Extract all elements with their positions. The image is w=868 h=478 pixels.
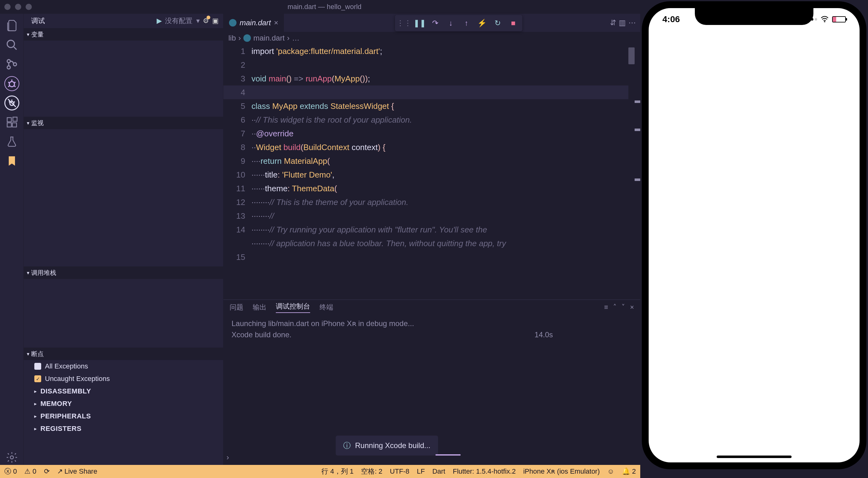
bookmark-icon[interactable] bbox=[4, 154, 19, 168]
debug-config-dropdown[interactable]: 没有配置 ▾ bbox=[165, 16, 200, 26]
more-actions-icon[interactable]: ⋯ bbox=[628, 19, 636, 27]
panel-tab-problems[interactable]: 问题 bbox=[230, 302, 243, 312]
source-control-icon[interactable] bbox=[4, 57, 19, 72]
panel-tab-terminal[interactable]: 终端 bbox=[319, 302, 333, 312]
gutter: 123456789101112131415 bbox=[223, 44, 251, 299]
home-indicator[interactable] bbox=[717, 455, 792, 458]
status-device[interactable]: iPhone Xʀ (ios Emulator) bbox=[523, 468, 600, 476]
drag-handle-icon[interactable]: ⋮⋮ bbox=[397, 17, 411, 29]
svg-point-4 bbox=[9, 82, 14, 87]
debug-settings-icon[interactable]: ⚙ bbox=[203, 17, 209, 25]
split-editor-icon[interactable]: ▥ bbox=[619, 19, 626, 27]
toast-text: Running Xcode build... bbox=[355, 440, 431, 451]
callstack-body bbox=[24, 279, 223, 348]
step-out-icon[interactable]: ↑ bbox=[459, 17, 474, 29]
close-panel-icon[interactable]: × bbox=[630, 303, 634, 311]
breakpoint-uncaught-exceptions[interactable]: ✓Uncaught Exceptions bbox=[24, 373, 223, 385]
debug-title: 调试 bbox=[28, 16, 48, 26]
disassembly-header[interactable]: ▸DISASSEMBLY bbox=[24, 385, 223, 397]
step-over-icon[interactable]: ↷ bbox=[428, 17, 442, 29]
svg-rect-7 bbox=[7, 123, 11, 127]
toast-notification: ⓘ Running Xcode build... bbox=[336, 436, 438, 455]
panel-tab-output[interactable]: 输出 bbox=[253, 302, 267, 312]
registers-header[interactable]: ▸REGISTERS bbox=[24, 422, 223, 435]
chevron-right-icon: › bbox=[238, 34, 241, 42]
breadcrumb-lib[interactable]: lib bbox=[228, 34, 236, 42]
status-errors[interactable]: ⓧ 0 bbox=[4, 467, 17, 476]
dart-file-icon bbox=[229, 19, 237, 27]
clear-console-icon[interactable]: ≡ bbox=[604, 303, 608, 311]
checkbox-unchecked-icon[interactable] bbox=[34, 363, 41, 370]
variables-header[interactable]: ▾变量 bbox=[24, 28, 223, 40]
debug-float-toolbar[interactable]: ⋮⋮ ❚❚ ↷ ↓ ↑ ⚡ ↻ ■ bbox=[395, 15, 522, 31]
svg-point-0 bbox=[7, 40, 14, 47]
breadcrumb-more[interactable]: … bbox=[292, 34, 300, 42]
debug-console-output[interactable]: Launching lib/main.dart on iPhone Xʀ in … bbox=[223, 315, 640, 465]
variables-body bbox=[24, 40, 223, 117]
zoom-window[interactable] bbox=[26, 4, 32, 10]
progress-bar bbox=[436, 454, 461, 455]
peripherals-header[interactable]: ▸PERIPHERALS bbox=[24, 410, 223, 422]
status-eol[interactable]: LF bbox=[417, 468, 425, 476]
status-indent[interactable]: 空格: 2 bbox=[361, 467, 382, 476]
minimap-slider[interactable] bbox=[628, 47, 634, 64]
status-flutter[interactable]: Flutter: 1.5.4-hotfix.2 bbox=[453, 468, 516, 476]
info-icon: ⓘ bbox=[343, 440, 351, 451]
breakpoints-header[interactable]: ▾断点 bbox=[24, 348, 223, 360]
memory-header[interactable]: ▸MEMORY bbox=[24, 397, 223, 410]
status-language[interactable]: Dart bbox=[432, 468, 445, 476]
callstack-header[interactable]: ▾调用堆栈 bbox=[24, 266, 223, 279]
breakpoint-all-exceptions[interactable]: All Exceptions bbox=[24, 360, 223, 373]
watch-header[interactable]: ▾监视 bbox=[24, 117, 223, 129]
code-content[interactable]: import 'package:flutter/material.dart';v… bbox=[251, 44, 628, 299]
tab-main-dart[interactable]: main.dart × bbox=[223, 14, 284, 32]
breadcrumb[interactable]: lib › main.dart › … bbox=[223, 32, 640, 44]
status-warnings[interactable]: ⚠ 0 bbox=[24, 468, 36, 476]
battery-icon bbox=[832, 16, 846, 23]
search-icon[interactable] bbox=[4, 37, 19, 53]
dart-file-icon bbox=[243, 34, 251, 42]
overview-ruler[interactable] bbox=[634, 44, 640, 299]
start-debug-button[interactable]: ▶ bbox=[157, 17, 162, 25]
panel-tab-debug-console[interactable]: 调试控制台 bbox=[276, 302, 310, 313]
editor-area: main.dart × ⋮⋮ ❚❚ ↷ ↓ ↑ ⚡ ↻ ■ ⇵ ▥ ⋯ bbox=[223, 14, 640, 465]
breadcrumb-file[interactable]: main.dart bbox=[253, 34, 284, 42]
collapse-panel-icon[interactable]: ˄ bbox=[613, 303, 617, 311]
expand-panel-icon[interactable]: ˅ bbox=[621, 303, 625, 311]
flask-icon[interactable] bbox=[4, 134, 19, 149]
svg-point-1 bbox=[7, 60, 10, 63]
iphone-screen[interactable]: 4:06 bbox=[649, 8, 860, 463]
status-feedback-icon[interactable]: ☺ bbox=[607, 468, 614, 476]
close-window[interactable] bbox=[4, 4, 10, 10]
debug-sidebar: 调试 ▶ 没有配置 ▾ ⚙ ▣ ▾变量 ▾监视 ▾调用堆栈 ▾断点 All Ex… bbox=[24, 14, 223, 465]
settings-gear-icon[interactable] bbox=[4, 450, 19, 465]
step-into-icon[interactable]: ↓ bbox=[444, 17, 458, 29]
status-cursor[interactable]: 行 4，列 1 bbox=[321, 467, 353, 476]
close-tab-icon[interactable]: × bbox=[274, 19, 278, 27]
files-icon[interactable] bbox=[4, 18, 19, 33]
console-line: Xcode build done. bbox=[231, 329, 632, 341]
no-bugs-icon[interactable] bbox=[4, 95, 19, 110]
extensions-icon[interactable] bbox=[4, 115, 19, 130]
debug-icon[interactable] bbox=[4, 76, 19, 91]
debug-console-toggle-icon[interactable]: ▣ bbox=[212, 17, 219, 25]
hot-reload-icon[interactable]: ⚡ bbox=[475, 17, 489, 29]
console-line: Launching lib/main.dart on iPhone Xʀ in … bbox=[231, 318, 632, 329]
compare-changes-icon[interactable]: ⇵ bbox=[610, 19, 616, 27]
bottom-panel: 问题 输出 调试控制台 终端 ≡ ˄ ˅ × Launching lib/mai… bbox=[223, 299, 640, 465]
status-sync-icon[interactable]: ⟳ bbox=[44, 468, 50, 476]
status-encoding[interactable]: UTF-8 bbox=[390, 468, 409, 476]
titlebar: main.dart — hello_world bbox=[0, 0, 640, 14]
code-editor[interactable]: 123456789101112131415 import 'package:fl… bbox=[223, 44, 640, 299]
status-live-share[interactable]: ↗ Live Share bbox=[57, 468, 97, 476]
minimize-window[interactable] bbox=[15, 4, 21, 10]
watch-body bbox=[24, 129, 223, 266]
restart-icon[interactable]: ↻ bbox=[491, 17, 505, 29]
svg-rect-6 bbox=[7, 118, 11, 122]
checkbox-checked-icon[interactable]: ✓ bbox=[34, 375, 41, 382]
status-notifications[interactable]: 🔔 2 bbox=[622, 468, 636, 476]
console-prompt[interactable]: › bbox=[223, 452, 229, 463]
stop-icon[interactable]: ■ bbox=[506, 17, 520, 29]
pause-icon[interactable]: ❚❚ bbox=[412, 17, 427, 29]
minimap[interactable] bbox=[628, 44, 634, 299]
